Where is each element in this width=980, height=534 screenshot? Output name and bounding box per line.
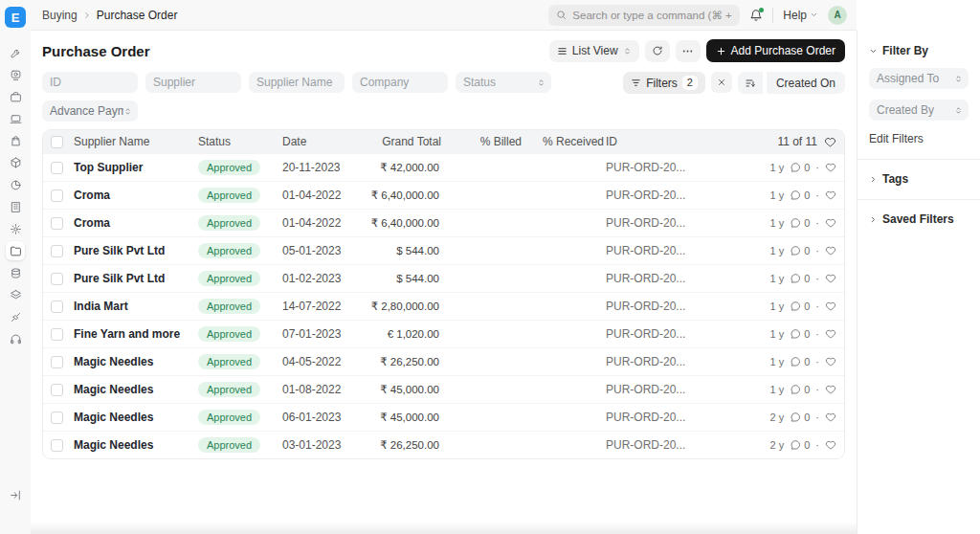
notifications-bell-icon[interactable] <box>749 9 763 22</box>
filters-button[interactable]: Filters 2 <box>623 72 705 94</box>
comments-indicator[interactable]: 0 <box>790 245 810 256</box>
search-input[interactable] <box>572 10 732 21</box>
row-checkbox[interactable] <box>51 273 63 285</box>
row-checkbox[interactable] <box>51 412 63 424</box>
supplier-name-cell[interactable]: Magic Needles <box>74 355 198 368</box>
table-row[interactable]: Magic Needles Approved 04-05-2022 ₹ 26,2… <box>43 347 844 375</box>
collapse-sidebar-icon[interactable] <box>6 485 25 504</box>
edit-filters-link[interactable]: Edit Filters <box>869 132 969 145</box>
document-id-cell[interactable]: PUR-ORD-20... <box>604 383 765 396</box>
heart-icon[interactable] <box>825 245 836 256</box>
heart-icon[interactable] <box>825 328 836 340</box>
folder-icon[interactable] <box>6 241 25 260</box>
shopping-bag-icon[interactable] <box>6 131 25 150</box>
comments-indicator[interactable]: 0 <box>790 356 810 367</box>
row-checkbox[interactable] <box>51 217 63 230</box>
sort-descending-icon[interactable] <box>738 72 763 94</box>
header-percent-received[interactable]: % Received <box>522 135 604 148</box>
table-row[interactable]: Pure Silk Pvt Ltd Approved 01-02-2023 $ … <box>43 264 844 292</box>
header-grand-total[interactable]: Grand Total <box>368 135 441 148</box>
filter-supplier-input[interactable] <box>145 72 241 93</box>
comments-indicator[interactable]: 0 <box>790 412 810 423</box>
comments-indicator[interactable]: 0 <box>790 189 810 201</box>
row-checkbox[interactable] <box>51 328 63 341</box>
webcam-icon[interactable] <box>6 65 25 84</box>
global-search[interactable] <box>548 5 740 26</box>
row-checkbox[interactable] <box>51 245 63 257</box>
clear-filters-icon[interactable] <box>711 72 732 93</box>
laptop-icon[interactable] <box>6 109 25 128</box>
header-id[interactable]: ID <box>604 135 765 148</box>
filter-status-select[interactable]: Status <box>456 72 551 93</box>
row-checkbox[interactable] <box>51 300 63 313</box>
breadcrumb-parent[interactable]: Buying <box>42 9 78 22</box>
filter-id-input[interactable] <box>42 72 138 93</box>
cube-icon[interactable] <box>6 153 25 172</box>
row-checkbox[interactable] <box>51 439 63 452</box>
tags-section-toggle[interactable]: Tags <box>869 172 969 186</box>
supplier-name-cell[interactable]: Top Supplier <box>74 161 198 174</box>
supplier-name-cell[interactable]: Croma <box>74 189 198 202</box>
briefcase-icon[interactable] <box>6 87 25 106</box>
table-row[interactable]: Magic Needles Approved 03-01-2023 ₹ 26,2… <box>43 431 844 458</box>
header-percent-billed[interactable]: % Billed <box>441 135 522 148</box>
supplier-name-cell[interactable]: Pure Silk Pvt Ltd <box>74 272 198 285</box>
assigned-to-select[interactable]: Assigned To <box>869 68 969 89</box>
table-row[interactable]: Top Supplier Approved 20-11-2023 ₹ 42,00… <box>43 153 844 181</box>
table-row[interactable]: Magic Needles Approved 01-08-2022 ₹ 45,0… <box>43 375 844 403</box>
document-id-cell[interactable]: PUR-ORD-20... <box>604 216 765 230</box>
filter-company-input[interactable] <box>352 72 448 93</box>
tools-icon[interactable] <box>6 43 25 62</box>
supplier-name-cell[interactable]: India Mart <box>74 300 198 313</box>
table-row[interactable]: India Mart Approved 14-07-2022 ₹ 2,80,00… <box>43 292 844 320</box>
refresh-button[interactable] <box>645 40 670 62</box>
heart-icon[interactable] <box>825 217 836 229</box>
header-status[interactable]: Status <box>198 135 282 148</box>
layers-icon[interactable] <box>6 285 25 304</box>
document-id-cell[interactable]: PUR-ORD-20... <box>604 272 765 285</box>
heart-icon[interactable] <box>824 136 836 148</box>
gear-icon[interactable] <box>6 219 25 238</box>
supplier-name-cell[interactable]: Magic Needles <box>74 438 198 452</box>
sort-field-button[interactable]: Created On <box>767 72 845 94</box>
headphones-icon[interactable] <box>6 329 25 348</box>
building-icon[interactable] <box>6 197 25 216</box>
header-supplier-name[interactable]: Supplier Name <box>74 135 198 148</box>
filter-advance-payment-select[interactable]: Advance Paym... <box>42 100 138 122</box>
row-checkbox[interactable] <box>51 384 63 396</box>
add-purchase-order-button[interactable]: Add Purchase Order <box>706 39 845 62</box>
supplier-name-cell[interactable]: Fine Yarn and more <box>74 327 198 341</box>
comments-indicator[interactable]: 0 <box>790 217 810 229</box>
filter-by-section-toggle[interactable]: Filter By <box>869 44 969 57</box>
saved-filters-section-toggle[interactable]: Saved Filters <box>869 212 969 226</box>
heart-icon[interactable] <box>825 300 836 312</box>
erpnext-logo[interactable]: E <box>5 7 26 28</box>
document-id-cell[interactable]: PUR-ORD-20... <box>604 244 765 257</box>
comments-indicator[interactable]: 0 <box>790 300 810 312</box>
comments-indicator[interactable]: 0 <box>790 273 810 284</box>
select-all-checkbox[interactable] <box>51 136 63 148</box>
document-id-cell[interactable]: PUR-ORD-20... <box>604 189 765 202</box>
view-switcher-button[interactable]: List View <box>549 40 639 62</box>
heart-icon[interactable] <box>825 439 836 451</box>
heart-icon[interactable] <box>825 412 836 423</box>
table-row[interactable]: Croma Approved 01-04-2022 ₹ 6,40,000.00 … <box>43 209 844 236</box>
pie-chart-icon[interactable] <box>6 175 25 194</box>
heart-icon[interactable] <box>825 384 836 395</box>
plug-icon[interactable] <box>6 307 25 326</box>
comments-indicator[interactable]: 0 <box>790 439 810 451</box>
breadcrumb-current[interactable]: Purchase Order <box>97 9 178 22</box>
header-date[interactable]: Date <box>282 135 368 148</box>
row-checkbox[interactable] <box>51 162 63 174</box>
heart-icon[interactable] <box>825 356 836 367</box>
database-icon[interactable] <box>6 263 25 282</box>
heart-icon[interactable] <box>825 162 836 173</box>
more-options-button[interactable] <box>676 40 701 62</box>
document-id-cell[interactable]: PUR-ORD-20... <box>604 300 765 313</box>
document-id-cell[interactable]: PUR-ORD-20... <box>604 411 765 424</box>
created-by-select[interactable]: Created By <box>869 100 969 121</box>
help-menu[interactable]: Help <box>783 9 818 22</box>
table-row[interactable]: Pure Silk Pvt Ltd Approved 05-01-2023 $ … <box>43 236 844 264</box>
document-id-cell[interactable]: PUR-ORD-20... <box>604 327 765 341</box>
row-checkbox[interactable] <box>51 356 63 368</box>
